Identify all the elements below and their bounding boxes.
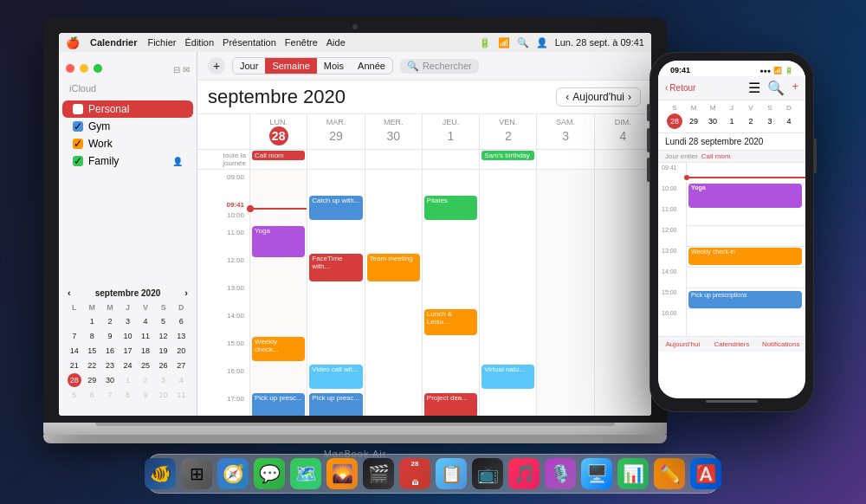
mini-day[interactable]: 24 [120, 359, 134, 372]
mini-day[interactable]: 27 [174, 359, 188, 372]
mini-day[interactable]: 8 [85, 329, 99, 343]
event-pick-up-presc-2[interactable]: Pick up presc... [309, 393, 362, 416]
event-team-meeting[interactable]: Team meeting [367, 254, 420, 281]
day-num-thu[interactable]: 1 [441, 126, 460, 145]
event-virtual-nature[interactable]: Virtual natu... [481, 365, 534, 389]
iphone-add-icon[interactable]: + [792, 80, 798, 96]
menu-edition[interactable]: Édition [184, 37, 214, 48]
mini-day[interactable]: 3 [120, 314, 134, 328]
iph-day-2[interactable]: 2 [743, 113, 759, 129]
search-bar[interactable]: 🔍 Rechercher [400, 59, 479, 74]
dock-music[interactable]: 🎵 [508, 458, 540, 489]
mini-day[interactable]: 21 [68, 359, 81, 372]
mini-day[interactable]: 19 [157, 344, 171, 358]
family-checkbox[interactable]: ✓ [73, 156, 83, 166]
day-num-sat[interactable]: 3 [556, 126, 575, 145]
event-facetime[interactable]: FaceTime with... [309, 254, 362, 281]
dock-messages[interactable]: 💬 [254, 458, 285, 489]
calendar-personal[interactable]: ✓ Personal [62, 100, 193, 118]
dock-safari[interactable]: 🧭 [217, 458, 249, 489]
mini-cal-prev[interactable]: ‹ [68, 288, 71, 298]
mini-day[interactable]: 23 [103, 359, 117, 372]
iph-tab-notifications[interactable]: Notifications [756, 337, 805, 352]
personal-checkbox[interactable]: ✓ [73, 104, 83, 114]
mini-day[interactable]: 6 [174, 314, 188, 328]
mini-day[interactable]: 7 [68, 329, 81, 343]
mini-day[interactable]: 2 [139, 373, 152, 387]
mini-day[interactable]: 4 [174, 373, 188, 387]
all-day-event-sams-birthday[interactable]: Sam's birthday [481, 151, 534, 160]
event-yoga[interactable]: Yoga [252, 226, 305, 257]
mini-day[interactable]: 5 [157, 314, 171, 328]
all-day-event-call-mom[interactable]: Call mom [252, 151, 305, 160]
dock-sketch[interactable]: ✏️ [654, 458, 685, 489]
mini-day[interactable]: 7 [103, 388, 117, 402]
tab-semaine[interactable]: Semaine [265, 58, 316, 74]
mini-day[interactable]: 5 [68, 388, 81, 402]
mini-day[interactable]: 9 [139, 388, 152, 402]
day-num-wed[interactable]: 30 [384, 126, 403, 145]
gym-checkbox[interactable]: ✓ [73, 121, 83, 132]
iphone-side-btn-mute[interactable] [647, 104, 650, 121]
mini-day[interactable]: 20 [174, 344, 188, 358]
user-icon[interactable]: 👤 [536, 37, 548, 48]
iphone-call-mom-event[interactable]: Call mom [701, 152, 731, 160]
iph-day-3[interactable]: 3 [762, 113, 778, 129]
app-name[interactable]: Calendrier [90, 37, 137, 48]
today-button[interactable]: ‹ Aujourd'hui › [556, 87, 641, 107]
maximize-btn[interactable] [94, 64, 102, 73]
mini-day[interactable]: 22 [85, 359, 99, 372]
mini-day[interactable]: 2 [103, 314, 117, 328]
mini-day-today[interactable]: 28 [68, 373, 81, 387]
dock-notes[interactable]: 📋 [436, 458, 467, 489]
mini-day[interactable]: 12 [157, 329, 171, 343]
iph-day-29[interactable]: 29 [686, 113, 701, 129]
dock-appstore[interactable]: 🅰️ [690, 458, 721, 489]
mini-day[interactable]: 3 [157, 373, 171, 387]
next-week-btn[interactable]: › [628, 91, 631, 103]
dock-maps[interactable]: 🗺️ [290, 458, 321, 489]
mini-day[interactable]: 10 [120, 329, 134, 343]
close-btn[interactable] [66, 64, 74, 73]
mini-day[interactable]: 1 [85, 314, 99, 328]
iphone-side-btn-vol-up[interactable] [647, 128, 650, 152]
prev-week-btn[interactable]: ‹ [565, 91, 569, 103]
event-project-deadline[interactable]: Project dea... [424, 393, 477, 416]
calendar-family[interactable]: ✓ Family 👤 [62, 152, 193, 170]
mini-day[interactable]: 16 [103, 344, 117, 358]
iph-day-30[interactable]: 30 [705, 113, 721, 129]
add-event-button[interactable]: + [208, 57, 225, 74]
apple-menu[interactable]: 🍎 [66, 36, 80, 49]
iph-event-yoga[interactable]: Yoga [688, 184, 802, 208]
mini-day[interactable]: 8 [120, 388, 134, 402]
menu-presentation[interactable]: Présentation [223, 37, 276, 48]
mini-cal-next[interactable]: › [184, 288, 188, 298]
iphone-power-btn[interactable] [814, 139, 817, 173]
mini-day[interactable]: 26 [157, 359, 171, 372]
iphone-side-btn-vol-down[interactable] [647, 158, 650, 182]
mini-day[interactable] [68, 314, 81, 328]
mini-day[interactable]: 11 [174, 388, 188, 402]
mini-day[interactable]: 18 [139, 344, 152, 358]
minimize-btn[interactable] [80, 64, 88, 73]
work-checkbox[interactable]: ✓ [73, 139, 83, 149]
menu-fichier[interactable]: Fichier [147, 37, 176, 48]
iphone-search-icon[interactable]: 🔍 [767, 80, 785, 96]
event-pick-up-presc[interactable]: Pick up presc... [252, 393, 305, 416]
dock-podcasts[interactable]: 🎙️ [545, 458, 576, 489]
mini-day[interactable]: 11 [139, 329, 152, 343]
iph-day-1[interactable]: 1 [724, 113, 740, 129]
day-num-fri[interactable]: 2 [499, 126, 518, 145]
dock-calendar[interactable]: 28 📅 [399, 458, 430, 489]
day-num-mon[interactable]: 28 [269, 126, 288, 145]
event-video-call[interactable]: Video call wit... [309, 365, 362, 389]
iph-day-28[interactable]: 28 [667, 113, 682, 129]
dock-tv[interactable]: 📺 [472, 458, 503, 489]
iph-tab-calendriers[interactable]: Calendriers [708, 337, 757, 352]
event-lunch[interactable]: Lunch & Leisu... [424, 309, 477, 335]
mini-day[interactable]: 13 [174, 329, 188, 343]
tab-mois[interactable]: Mois [317, 58, 351, 74]
mini-day[interactable]: 29 [85, 373, 99, 387]
mini-day[interactable]: 10 [157, 388, 171, 402]
dock-finder[interactable]: 🐠 [145, 458, 176, 489]
